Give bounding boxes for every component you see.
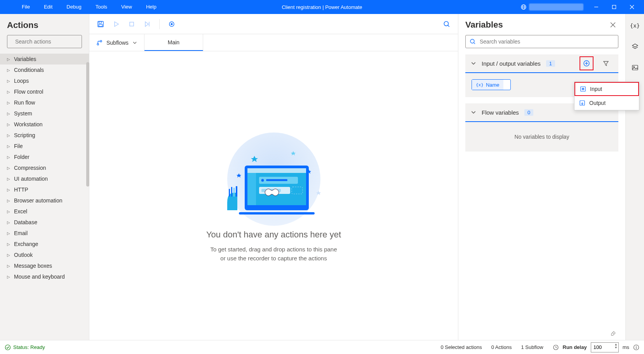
variables-close-button[interactable]: [607, 19, 618, 30]
action-group-run-flow[interactable]: ▷Run flow: [0, 97, 89, 108]
menu-view[interactable]: View: [114, 0, 139, 14]
close-button[interactable]: [623, 0, 641, 14]
minimize-button[interactable]: [587, 0, 605, 14]
menu-tools[interactable]: Tools: [89, 0, 114, 14]
subflows-label: Subflows: [106, 40, 129, 46]
run-next-button[interactable]: [141, 17, 154, 31]
designer-canvas[interactable]: You don't have any actions here yet To g…: [89, 51, 458, 340]
variable-name-label: Name: [486, 82, 500, 88]
action-group-label: Browser automation: [14, 197, 63, 204]
chevron-down-icon: [471, 61, 476, 66]
save-button[interactable]: [94, 17, 107, 31]
action-group-system[interactable]: ▷System: [0, 108, 89, 119]
flow-variables-section: Flow variables 0 No variables to display: [465, 103, 618, 152]
action-group-exchange[interactable]: ▷Exchange: [0, 239, 89, 249]
subflows-dropdown[interactable]: Subflows: [89, 34, 144, 51]
menu-edit[interactable]: Edit: [37, 0, 59, 14]
action-group-label: UI automation: [14, 176, 48, 182]
environment-name-blurred: [529, 3, 583, 10]
action-group-message-boxes[interactable]: ▷Message boxes: [0, 260, 89, 271]
action-group-scripting[interactable]: ▷Scripting: [0, 130, 89, 141]
rail-ui-elements-button[interactable]: [628, 40, 642, 54]
rail-images-button[interactable]: [628, 61, 642, 75]
action-groups-list[interactable]: ▷Variables▷Conditionals▷Loops▷Flow contr…: [0, 54, 89, 340]
flow-variables-label: Flow variables: [482, 109, 519, 116]
svg-point-55: [5, 345, 10, 350]
recorder-button[interactable]: [165, 17, 178, 31]
action-group-loops[interactable]: ▷Loops: [0, 75, 89, 86]
action-group-workstation[interactable]: ▷Workstation: [0, 119, 89, 130]
chevron-right-icon: ▷: [7, 199, 10, 203]
ok-icon: [5, 344, 11, 351]
action-group-label: Workstation: [14, 121, 43, 127]
action-group-label: System: [14, 110, 32, 117]
menu-debug[interactable]: Debug: [59, 0, 88, 14]
action-group-email[interactable]: ▷Email: [0, 228, 89, 239]
layers-icon: [632, 43, 639, 50]
scrollbar-thumb[interactable]: [86, 62, 89, 187]
tabs-row: Subflows Main: [89, 34, 458, 51]
action-group-compression[interactable]: ▷Compression: [0, 162, 89, 173]
action-group-ui-automation[interactable]: ▷UI automation: [0, 173, 89, 184]
flow-variables-empty: No variables to display: [465, 122, 618, 152]
run-delay-input[interactable]: ▲▼: [591, 342, 619, 352]
chevron-right-icon: ▷: [7, 209, 10, 214]
menu-item-output[interactable]: Output: [574, 96, 639, 110]
clock-icon: [553, 344, 559, 351]
empty-illustration: [212, 129, 336, 226]
environment-indicator[interactable]: [520, 3, 583, 10]
designer-search-button[interactable]: [440, 17, 453, 31]
clear-variables-button[interactable]: [610, 329, 617, 338]
actions-count: 0 Actions: [491, 344, 512, 350]
run-button[interactable]: [110, 17, 123, 31]
action-group-variables[interactable]: ▷Variables: [0, 54, 89, 65]
chevron-right-icon: ▷: [7, 122, 10, 127]
empty-heading: You don't have any actions here yet: [206, 230, 341, 240]
maximize-button[interactable]: [605, 0, 623, 14]
titlebar: File Edit Debug Tools View Help Client r…: [0, 0, 644, 14]
io-variables-header[interactable]: Input / output variables 1: [465, 54, 618, 73]
menu-item-input-label: Input: [590, 86, 602, 92]
actions-search-input[interactable]: [15, 38, 83, 45]
action-group-outlook[interactable]: ▷Outlook: [0, 249, 89, 260]
chevron-right-icon: ▷: [7, 133, 10, 138]
rail-variables-button[interactable]: {x}: [628, 19, 642, 33]
variables-search[interactable]: [465, 35, 618, 48]
add-variable-menu: Input Output: [574, 82, 639, 110]
stop-button[interactable]: [125, 17, 138, 31]
action-group-mouse-and-keyboard[interactable]: ▷Mouse and keyboard: [0, 271, 89, 282]
action-group-folder[interactable]: ▷Folder: [0, 152, 89, 162]
variables-search-input[interactable]: [480, 38, 614, 45]
run-delay-field[interactable]: [594, 344, 611, 350]
svg-rect-35: [231, 187, 232, 197]
subflow-count: 1 Subflow: [521, 344, 543, 350]
info-icon[interactable]: [633, 344, 639, 351]
action-group-file[interactable]: ▷File: [0, 141, 89, 152]
flow-variables-count: 0: [524, 109, 533, 116]
action-group-label: Conditionals: [14, 67, 44, 73]
io-variables-label: Input / output variables: [482, 60, 541, 67]
filter-variables-button[interactable]: [599, 56, 613, 70]
run-delay-spinner[interactable]: ▲▼: [614, 343, 618, 349]
action-group-conditionals[interactable]: ▷Conditionals: [0, 65, 89, 75]
add-variable-button[interactable]: [580, 56, 594, 70]
variable-chip-name[interactable]: {x}Name: [472, 79, 511, 90]
action-group-browser-automation[interactable]: ▷Browser automation: [0, 195, 89, 206]
chevron-right-icon: ▷: [7, 166, 10, 170]
svg-rect-29: [266, 179, 287, 181]
action-group-http[interactable]: ▷HTTP: [0, 184, 89, 195]
menu-item-input[interactable]: Input: [574, 82, 639, 96]
action-group-excel[interactable]: ▷Excel: [0, 206, 89, 217]
svg-rect-33: [239, 212, 315, 214]
actions-search[interactable]: [7, 35, 82, 48]
menu-file[interactable]: File: [15, 0, 37, 14]
action-group-database[interactable]: ▷Database: [0, 217, 89, 228]
svg-line-50: [613, 333, 614, 334]
action-group-flow-control[interactable]: ▷Flow control: [0, 86, 89, 97]
svg-rect-11: [99, 24, 103, 26]
menu-help[interactable]: Help: [139, 0, 164, 14]
designer-area: Subflows Main: [89, 14, 458, 340]
svg-rect-51: [632, 65, 638, 70]
tab-main[interactable]: Main: [144, 34, 203, 51]
action-group-label: Variables: [14, 56, 36, 62]
